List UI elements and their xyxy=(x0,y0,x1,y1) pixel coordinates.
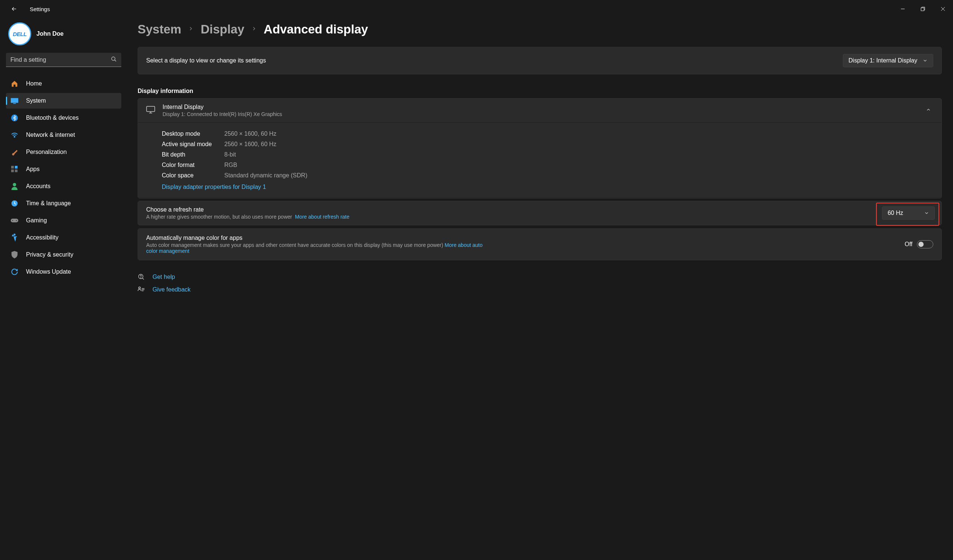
nav-label: Accessibility xyxy=(26,234,58,241)
minimize-button[interactable] xyxy=(893,0,913,18)
breadcrumb: System Display Advanced display xyxy=(138,22,942,36)
maximize-icon xyxy=(920,7,925,11)
app-title: Settings xyxy=(30,6,50,12)
apps-icon xyxy=(11,165,19,173)
nav-bluetooth[interactable]: Bluetooth & devices xyxy=(6,110,121,126)
adapter-properties-link[interactable]: Display adapter properties for Display 1 xyxy=(162,184,266,191)
help-icon xyxy=(138,274,145,280)
maximize-button[interactable] xyxy=(913,0,933,18)
display-info-details: Desktop mode2560 × 1600, 60 Hz Active si… xyxy=(138,123,942,198)
svg-rect-12 xyxy=(11,169,14,172)
user-block[interactable]: DELL John Doe xyxy=(6,22,121,53)
svg-point-17 xyxy=(12,220,13,221)
nav-label: Apps xyxy=(26,166,39,172)
close-button[interactable] xyxy=(933,0,953,18)
nav-apps[interactable]: Apps xyxy=(6,161,121,177)
breadcrumb-system[interactable]: System xyxy=(138,22,181,36)
avatar-logo: DELL xyxy=(12,31,26,37)
svg-point-9 xyxy=(14,137,15,137)
monitor-icon xyxy=(146,106,155,115)
refresh-sub: A higher rate gives smoother motion, but… xyxy=(146,214,292,220)
chevron-down-icon xyxy=(924,211,929,216)
refresh-rate-card: Choose a refresh rate A higher rate give… xyxy=(138,201,942,225)
svg-rect-7 xyxy=(13,103,16,104)
svg-line-5 xyxy=(115,60,116,61)
refresh-more-link[interactable]: More about refresh rate xyxy=(295,214,349,220)
svg-rect-13 xyxy=(15,169,17,172)
svg-rect-1 xyxy=(921,8,924,11)
nav-privacy[interactable]: Privacy & security xyxy=(6,247,121,262)
avatar: DELL xyxy=(8,22,31,45)
nav-label: Windows Update xyxy=(26,268,71,275)
update-icon xyxy=(11,268,19,276)
svg-point-14 xyxy=(13,183,16,186)
display-info-card: Internal Display Display 1: Connected to… xyxy=(138,98,942,199)
gamepad-icon xyxy=(11,216,19,225)
username: John Doe xyxy=(36,31,64,37)
refresh-rate-value: 60 Hz xyxy=(888,210,903,216)
display-connection: Display 1: Connected to Intel(R) Iris(R)… xyxy=(163,111,282,117)
person-icon xyxy=(11,182,19,191)
nav-gaming[interactable]: Gaming xyxy=(6,213,121,228)
nav-system[interactable]: System xyxy=(6,93,121,109)
info-key: Active signal mode xyxy=(162,141,224,147)
nav-label: Home xyxy=(26,80,42,87)
shield-icon xyxy=(11,251,19,259)
display-info-header[interactable]: Internal Display Display 1: Connected to… xyxy=(138,99,942,123)
system-icon xyxy=(11,97,19,105)
display-name: Internal Display xyxy=(163,104,282,110)
svg-rect-10 xyxy=(11,166,14,168)
footer-links: Get help Give feedback xyxy=(138,271,942,296)
get-help-link[interactable]: Get help xyxy=(138,271,942,283)
chevron-down-icon xyxy=(922,58,928,63)
nav-personalization[interactable]: Personalization xyxy=(6,144,121,160)
close-icon xyxy=(941,7,945,11)
info-val: 8-bit xyxy=(224,151,236,158)
nav-time-language[interactable]: Time & language xyxy=(6,195,121,211)
arrow-left-icon xyxy=(11,6,17,12)
nav-accounts[interactable]: Accounts xyxy=(6,178,121,194)
chevron-right-icon xyxy=(188,26,194,33)
svg-line-25 xyxy=(143,278,144,280)
nav-home[interactable]: Home xyxy=(6,76,121,92)
info-key: Bit depth xyxy=(162,151,224,158)
titlebar: Settings xyxy=(0,0,953,18)
svg-point-19 xyxy=(13,234,15,235)
nav-label: Privacy & security xyxy=(26,251,73,258)
section-display-info: Display information xyxy=(138,88,942,95)
auto-color-sub: Auto color management makes sure your ap… xyxy=(146,242,443,248)
nav-label: Network & internet xyxy=(26,132,75,138)
select-display-dropdown[interactable]: Display 1: Internal Display xyxy=(843,54,933,67)
svg-point-24 xyxy=(141,278,141,278)
give-feedback-link[interactable]: Give feedback xyxy=(138,283,942,296)
info-key: Desktop mode xyxy=(162,130,224,137)
brush-icon xyxy=(11,148,19,156)
info-key: Color format xyxy=(162,162,224,168)
info-key: Color space xyxy=(162,172,224,179)
nav-label: System xyxy=(26,98,46,104)
back-button[interactable] xyxy=(9,4,19,14)
nav-accessibility[interactable]: Accessibility xyxy=(6,230,121,245)
svg-rect-6 xyxy=(11,98,18,103)
svg-point-26 xyxy=(139,287,141,289)
select-display-label: Select a display to view or change its s… xyxy=(146,57,266,64)
breadcrumb-display[interactable]: Display xyxy=(200,22,244,36)
toggle-label: Off xyxy=(905,241,913,248)
search-input[interactable] xyxy=(6,53,121,67)
chevron-up-icon xyxy=(926,107,931,112)
collapse-button[interactable] xyxy=(924,105,933,116)
svg-rect-11 xyxy=(15,166,17,168)
feedback-icon xyxy=(138,286,145,293)
nav-windows-update[interactable]: Windows Update xyxy=(6,264,121,280)
nav-label: Accounts xyxy=(26,183,51,190)
home-icon xyxy=(11,79,19,88)
footer-label: Give feedback xyxy=(152,286,191,293)
nav-label: Personalization xyxy=(26,149,67,155)
auto-color-toggle[interactable] xyxy=(917,240,933,248)
wifi-icon xyxy=(11,131,19,139)
select-display-card: Select a display to view or change its s… xyxy=(138,47,942,74)
sidebar: DELL John Doe Home System xyxy=(0,22,127,560)
refresh-rate-dropdown[interactable]: 60 Hz xyxy=(882,206,935,220)
select-display-value: Display 1: Internal Display xyxy=(849,57,917,64)
nav-network[interactable]: Network & internet xyxy=(6,127,121,143)
